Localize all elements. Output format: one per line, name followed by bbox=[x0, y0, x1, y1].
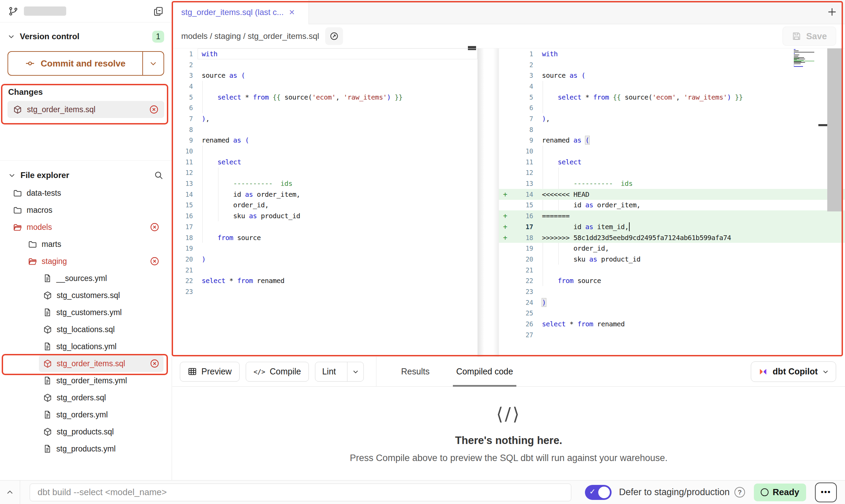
defer-toggle[interactable]: ✓ bbox=[585, 485, 612, 500]
file-item-stg_locations.sql[interactable]: stg_locations.sql bbox=[39, 321, 163, 338]
code-line-content[interactable] bbox=[198, 81, 477, 92]
file-item-stg_customers.yml[interactable]: stg_customers.yml bbox=[39, 304, 163, 321]
code-line-content[interactable]: select * from renamed bbox=[538, 318, 845, 329]
code-line-content[interactable]: source as ( bbox=[538, 70, 845, 81]
file-item-staging[interactable]: staging bbox=[24, 253, 163, 270]
code-line-content[interactable]: from source bbox=[538, 275, 845, 286]
code-line-content[interactable]: order_id, bbox=[198, 200, 477, 211]
code-line-content[interactable] bbox=[538, 329, 845, 340]
code-line-content[interactable] bbox=[538, 167, 845, 178]
file-item-stg_orders.yml[interactable]: stg_orders.yml bbox=[39, 406, 163, 423]
code-line-content[interactable] bbox=[538, 81, 845, 92]
code-line-content[interactable]: ---------- ids bbox=[538, 178, 845, 189]
save-button[interactable]: Save bbox=[783, 27, 836, 46]
code-line-content[interactable] bbox=[198, 124, 477, 135]
more-options-button[interactable]: ••• bbox=[815, 483, 837, 502]
code-line-content[interactable]: order_id, bbox=[538, 243, 845, 254]
line-number: 16 bbox=[513, 212, 538, 220]
commit-options-caret[interactable] bbox=[142, 52, 163, 75]
code-line-content[interactable] bbox=[538, 146, 845, 157]
editor-right-pane[interactable]: 1with23source as (45 select * from {{ so… bbox=[499, 48, 845, 357]
code-line-content[interactable]: ) bbox=[198, 254, 477, 265]
preview-button[interactable]: Preview bbox=[180, 362, 240, 382]
lint-button[interactable]: Lint bbox=[315, 362, 364, 382]
lint-options-caret[interactable] bbox=[347, 362, 363, 381]
collapse-panel-icon[interactable] bbox=[0, 488, 20, 496]
code-line-content[interactable] bbox=[198, 146, 477, 157]
file-item-stg_order_items.sql[interactable]: stg_order_items.sql bbox=[39, 355, 163, 372]
changes-list: stg_order_items.sql bbox=[8, 101, 164, 118]
code-line-content[interactable]: source as ( bbox=[198, 70, 477, 81]
file-item-stg_order_items.yml[interactable]: stg_order_items.yml bbox=[39, 372, 163, 389]
code-line-content[interactable]: select * from renamed bbox=[198, 275, 477, 286]
code-line-content[interactable]: select bbox=[198, 157, 477, 167]
lineage-icon[interactable] bbox=[325, 27, 343, 45]
code-line-content[interactable]: ======= bbox=[538, 210, 845, 221]
tab-stg-order-items[interactable]: stg_order_items.sql (last c... × bbox=[172, 0, 309, 24]
code-line-content[interactable] bbox=[198, 243, 477, 254]
file-item-stg_customers.sql[interactable]: stg_customers.sql bbox=[39, 287, 163, 304]
code-line-content[interactable]: renamed as ( bbox=[198, 135, 477, 146]
pane-divider[interactable] bbox=[478, 48, 499, 357]
file-item-stg_products.yml[interactable]: stg_products.yml bbox=[39, 440, 163, 456]
code-line-content[interactable]: select * from {{ source('ecom', 'raw_ite… bbox=[538, 92, 845, 103]
file-item-data-tests[interactable]: data-tests bbox=[9, 184, 163, 202]
code-line-content[interactable] bbox=[198, 286, 477, 297]
compile-button[interactable]: </> Compile bbox=[246, 362, 309, 382]
discard-change-icon[interactable] bbox=[150, 256, 159, 266]
tab-compiled-code[interactable]: Compiled code bbox=[454, 357, 515, 386]
file-item-macros[interactable]: macros bbox=[9, 202, 163, 219]
code-line-content[interactable]: id as item_id, bbox=[538, 221, 845, 232]
command-input[interactable] bbox=[30, 484, 571, 501]
code-line-content[interactable] bbox=[538, 124, 845, 135]
code-line-content[interactable]: from source bbox=[198, 232, 477, 243]
code-line-content[interactable]: sku as product_id bbox=[538, 254, 845, 265]
code-line-content[interactable]: id as order_item, bbox=[198, 189, 477, 200]
code-line-content[interactable] bbox=[538, 102, 845, 113]
code-line-content[interactable] bbox=[538, 59, 845, 70]
code-line-content[interactable]: ), bbox=[538, 113, 845, 124]
file-item-stg_products.sql[interactable]: stg_products.sql bbox=[39, 423, 163, 440]
search-icon[interactable] bbox=[154, 171, 163, 180]
discard-change-icon[interactable] bbox=[149, 105, 159, 114]
chevron-down-icon[interactable] bbox=[8, 33, 15, 40]
chevron-down-icon[interactable] bbox=[8, 172, 16, 179]
dbt-copilot-button[interactable]: dbt Copilot bbox=[751, 361, 836, 382]
code-line-content[interactable]: sku as product_id bbox=[198, 210, 477, 221]
code-line-content[interactable]: <<<<<<< HEAD bbox=[538, 189, 845, 200]
editor-left-pane[interactable]: 1with23source as (45 select * from {{ so… bbox=[172, 48, 478, 357]
code-line-content[interactable]: >>>>>>> 58c1dd23d5eebd9cd2495fa7124ab61b… bbox=[538, 232, 845, 243]
code-line-content[interactable] bbox=[198, 59, 477, 70]
file-item-label: stg_customers.sql bbox=[57, 291, 120, 300]
code-line-content[interactable] bbox=[538, 308, 845, 319]
code-line-content[interactable]: select bbox=[538, 157, 845, 167]
changed-file-item[interactable]: stg_order_items.sql bbox=[8, 101, 164, 118]
code-line-content[interactable] bbox=[198, 167, 477, 178]
code-line-content[interactable]: ), bbox=[198, 113, 477, 124]
code-line-content[interactable] bbox=[198, 102, 477, 113]
discard-change-icon[interactable] bbox=[150, 359, 159, 368]
code-line-content[interactable]: ---------- ids bbox=[198, 178, 477, 189]
code-line-content[interactable] bbox=[538, 265, 845, 276]
code-line-content[interactable]: with bbox=[538, 48, 845, 59]
code-line-content[interactable]: id as order_item, bbox=[538, 200, 845, 211]
file-item-stg_locations.yml[interactable]: stg_locations.yml bbox=[39, 338, 163, 355]
new-tab-plus-icon[interactable] bbox=[827, 6, 837, 17]
code-line-content[interactable] bbox=[198, 221, 477, 232]
close-tab-icon[interactable]: × bbox=[289, 7, 295, 18]
copy-icon[interactable] bbox=[153, 6, 163, 16]
code-line-content[interactable]: with bbox=[198, 48, 477, 59]
help-icon[interactable]: ? bbox=[734, 487, 745, 498]
file-item-models[interactable]: models bbox=[9, 219, 163, 236]
file-item-__sources.yml[interactable]: __sources.yml bbox=[39, 270, 163, 287]
file-item-marts[interactable]: marts bbox=[24, 236, 163, 253]
code-line-content[interactable] bbox=[198, 265, 477, 276]
tab-results[interactable]: Results bbox=[399, 357, 431, 386]
code-line-content[interactable] bbox=[538, 286, 845, 297]
code-line-content[interactable]: ) bbox=[538, 297, 845, 308]
code-line-content[interactable]: renamed as ( bbox=[538, 135, 845, 146]
discard-change-icon[interactable] bbox=[150, 222, 159, 232]
commit-and-resolve-button[interactable]: Commit and resolve bbox=[8, 51, 164, 76]
code-line-content[interactable]: select * from {{ source('ecom', 'raw_ite… bbox=[198, 92, 477, 103]
file-item-stg_orders.sql[interactable]: stg_orders.sql bbox=[39, 389, 163, 406]
